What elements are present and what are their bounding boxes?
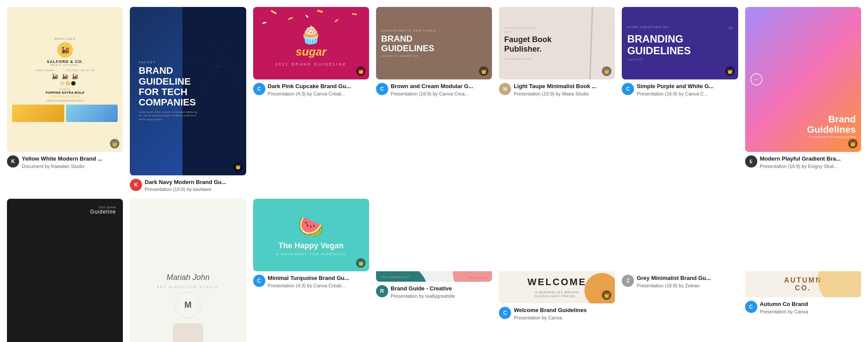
- card-sub-navy: Presentation (16:9) by kavitaws: [145, 187, 246, 192]
- font-bold: POPPINS EXTRA BOLD: [46, 91, 85, 95]
- cupcake-sugar-text: sugar: [296, 45, 327, 59]
- avatar-welcome: C: [499, 307, 511, 319]
- welcome-subtitle: A MINIMALIST BRANDGUIDELINES PRESE...: [535, 290, 579, 298]
- card-gradient[interactable]: → BrandGuidelines Presentation by really…: [745, 7, 861, 192]
- card-thumb-black[interactable]: Diluc Steiner Guideline BrandGuideline. …: [7, 199, 123, 342]
- card-thumb-yellow-white[interactable]: MAIN LOGO 🚂 SALFORD & CO. MEN'S APPAREL …: [7, 7, 123, 152]
- card-thumb-grey-min[interactable]: Presentation BranGuidelines: [622, 199, 738, 271]
- card-subtitle: Document by Kawalan Studio: [22, 164, 123, 169]
- card-thumb-brown[interactable]: QUARRYBOYS VENTURES BRANDGUIDELINES VERS…: [376, 7, 492, 79]
- card-info-teal: Brand Guide - Creative Presentation by r…: [391, 285, 492, 299]
- salford-name: SALFORD & CO.: [47, 59, 83, 64]
- card-thumb-navy[interactable]: FAUGET BRANDGUIDELINEFOR TECHCOMPANIES L…: [130, 7, 246, 175]
- avatar-grey-min: Z: [622, 275, 634, 287]
- taupe-url: www.reallygreatsite.com: [504, 57, 532, 60]
- card-meta-taupe: M Light Taupe Minimalist Book ... Presen…: [499, 83, 615, 96]
- card-thumb-autumn[interactable]: AUTUMNCO.: [745, 199, 861, 297]
- font-chars: ABCDEFGHJKLMNOPQRSTUVWXYZ: [46, 99, 84, 102]
- card-thumb-teal[interactable]: Diluc Steiner Guideline Brand Guide Crea…: [376, 199, 492, 282]
- cupcake-year: 2021 BRAND GUIDELINE: [275, 62, 347, 66]
- black-guideline-top: Guideline: [90, 209, 116, 215]
- card-sub-cupcake: Presentation (4:3) by Canva Creati...: [268, 91, 369, 96]
- card-title-navy: Dark Navy Modern Brand Gu...: [145, 179, 246, 186]
- card-vegan[interactable]: 🍉 The Happy Vegan A MOVEMENT FOR KINDNES…: [253, 199, 369, 320]
- brown-title: BRANDGUIDELINES: [381, 34, 434, 53]
- thumb-taupe: BRAND GUIDELINES 2023 1 Fauget BookPubli…: [499, 7, 615, 79]
- card-thumb-welcome[interactable]: WELCOME A MINIMALIST BRANDGUIDELINES PRE…: [499, 199, 615, 303]
- card-meta-grey-min: Z Grey Minimalist Brand Gu... Presentati…: [622, 275, 738, 288]
- card-meta-brown: C Brown and Cream Modular G... Presentat…: [376, 83, 492, 96]
- card-grey-min[interactable]: Presentation BranGuidelines Z Grey Minim…: [622, 199, 738, 320]
- brown-company: QUARRYBOYS VENTURES: [381, 29, 436, 32]
- card-title-grey-min: Grey Minimalist Brand Gu...: [637, 275, 738, 282]
- avatar-brown: C: [376, 83, 388, 95]
- card-teal[interactable]: Diluc Steiner Guideline Brand Guide Crea…: [376, 199, 492, 320]
- navy-fauget: FAUGET: [139, 61, 199, 64]
- mariah-studio: ART DIRECTION STUDIO: [157, 286, 219, 289]
- crown-badge-cupcake: 👑: [356, 66, 366, 76]
- card-mariah[interactable]: Mariah John ART DIRECTION STUDIO M C: [130, 199, 246, 342]
- card-black[interactable]: Diluc Steiner Guideline BrandGuideline. …: [7, 199, 123, 342]
- logo-marks: 🚂 🚂 🚂: [52, 73, 78, 79]
- card-sub-taupe: Presentation (16:9) by Maea Studio: [514, 91, 615, 96]
- avatar-vegan: C: [253, 275, 265, 287]
- card-meta-navy: K Dark Navy Modern Brand Gu... Presentat…: [130, 179, 246, 192]
- card-title-purple: Simple Purple and White G...: [637, 83, 738, 90]
- logo-label: MAIN LOGO: [54, 37, 76, 40]
- thumb-teal: Diluc Steiner Guideline Brand Guide Crea…: [376, 271, 492, 282]
- vegan-title: The Happy Vegan: [278, 241, 343, 251]
- card-yellow-white[interactable]: MAIN LOGO 🚂 SALFORD & CO. MEN'S APPAREL …: [7, 7, 123, 192]
- card-taupe[interactable]: BRAND GUIDELINES 2023 1 Fauget BookPubli…: [499, 7, 615, 192]
- avatar-taupe: M: [499, 83, 511, 95]
- salford-sub: MEN'S APPAREL: [50, 64, 79, 66]
- card-meta: K Yellow White Modern Brand ... Document…: [7, 155, 123, 169]
- gradient-pres-text: Presentation by reallygreatsite: [807, 135, 856, 139]
- purple-num: 01: [729, 26, 733, 30]
- avatar-purple: C: [622, 83, 634, 95]
- card-purple[interactable]: KYORI CREATIVES INC. 01 BRANDINGGUIDELIN…: [622, 7, 738, 192]
- salford-logo: 🚂: [57, 42, 73, 58]
- thumb-salford: MAIN LOGO 🚂 SALFORD & CO. MEN'S APPAREL …: [7, 7, 123, 152]
- card-meta-purple: C Simple Purple and White G... Presentat…: [622, 83, 738, 96]
- card-thumb-purple[interactable]: KYORI CREATIVES INC. 01 BRANDINGGUIDELIN…: [622, 7, 738, 79]
- card-brown[interactable]: QUARRYBOYS VENTURES BRANDGUIDELINES VERS…: [376, 7, 492, 192]
- autumn-title: AUTUMNCO.: [784, 276, 822, 292]
- card-meta-teal: R Brand Guide - Creative Presentation by…: [376, 285, 492, 299]
- svg-line-0: [211, 39, 246, 91]
- mariah-circle: M: [175, 292, 201, 318]
- card-welcome[interactable]: WELCOME A MINIMALIST BRANDGUIDELINES PRE…: [499, 199, 615, 320]
- card-meta-vegan: C Minimal Turquoise Brand Gu... Presenta…: [253, 275, 369, 288]
- card-title-taupe: Light Taupe Minimalist Book ...: [514, 83, 615, 90]
- purple-company: KYORI CREATIVES INC.: [627, 26, 670, 29]
- card-title-autumn: Autumn Co Brand: [760, 301, 861, 308]
- card-thumb-mariah[interactable]: Mariah John ART DIRECTION STUDIO M: [130, 199, 246, 342]
- card-dark-navy[interactable]: FAUGET BRANDGUIDELINEFOR TECHCOMPANIES L…: [130, 7, 246, 192]
- thumb-mariah: Mariah John ART DIRECTION STUDIO M: [130, 199, 246, 342]
- card-thumb-gradient[interactable]: → BrandGuidelines Presentation by really…: [745, 7, 861, 152]
- card-sub-vegan: Presentation (4:3) by Canva Creati...: [268, 283, 369, 288]
- card-sub-gradient: Presentation (16:9) by Evigny Stud...: [760, 164, 861, 169]
- card-sub-teal: Presentation by reallygreatsite: [391, 293, 492, 299]
- taupe-date-row: 2023 1: [504, 31, 610, 33]
- font-medium: POPPINS MEDIUM: [50, 95, 80, 99]
- teal-url: www.reallygreatsite.com: [381, 276, 409, 278]
- card-thumb-cupcake[interactable]: 🧁 sugar 2021 BRAND GUIDELINE 👑: [253, 7, 369, 79]
- card-thumb-vegan[interactable]: 🍉 The Happy Vegan A MOVEMENT FOR KINDNES…: [253, 199, 369, 271]
- card-info-autumn: Autumn Co Brand Presentation by Canva: [760, 301, 861, 314]
- card-info-welcome: Welcome Brand Guidelines Presentation by…: [514, 307, 615, 320]
- card-autumn[interactable]: AUTUMNCO. C Autumn Co Brand Presentation…: [745, 199, 861, 320]
- welcome-blob: [584, 273, 615, 303]
- black-diluc: Diluc Steiner: [90, 206, 116, 209]
- card-cupcake[interactable]: 🧁 sugar 2021 BRAND GUIDELINE 👑 C Dark Pi…: [253, 7, 369, 192]
- card-info-grey-min: Grey Minimalist Brand Gu... Presentation…: [637, 275, 738, 288]
- card-thumb-taupe[interactable]: BRAND GUIDELINES 2023 1 Fauget BookPubli…: [499, 7, 615, 79]
- thumb-gradient: → BrandGuidelines Presentation by really…: [745, 7, 861, 152]
- taupe-crack: [589, 7, 593, 79]
- svg-point-4: [235, 80, 236, 81]
- gradient-arrow: →: [750, 73, 762, 86]
- taupe-title: Fauget BookPublisher.: [504, 35, 551, 54]
- autumn-circle: [818, 271, 861, 297]
- taupe-brand-guidelines: BRAND GUIDELINES: [504, 26, 537, 29]
- card-meta-cupcake: C Dark Pink Cupcake Brand Gu... Presenta…: [253, 83, 369, 96]
- card-info-brown: Brown and Cream Modular G... Presentatio…: [391, 83, 492, 96]
